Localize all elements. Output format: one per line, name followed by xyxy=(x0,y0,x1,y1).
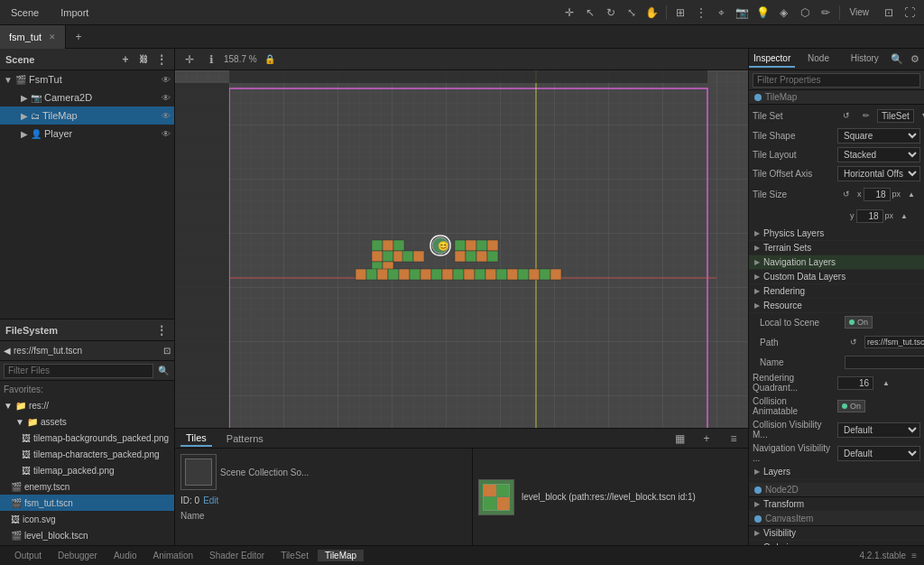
fs-search-icon[interactable]: 🔍 xyxy=(156,364,171,378)
tool-snap[interactable]: ⊞ xyxy=(671,4,689,22)
status-tab-debugger[interactable]: Debugger xyxy=(51,550,105,561)
add-tab-icon[interactable]: + xyxy=(69,28,88,46)
tool-zoom[interactable]: ⌖ xyxy=(713,4,731,22)
scene-menu-icon[interactable]: ⋮ xyxy=(154,52,169,67)
vp-add-icon[interactable]: ✛ xyxy=(180,51,199,69)
tree-item-player[interactable]: ▶ 👤 Player 👁 xyxy=(0,125,174,143)
vp-lock-icon[interactable]: 🔒 xyxy=(261,51,279,69)
fs-item-levelblock[interactable]: 🎬 level_block.tscn xyxy=(0,527,174,543)
tab-patterns[interactable]: Patterns xyxy=(221,431,269,446)
tool-scale[interactable]: ⤡ xyxy=(623,4,641,22)
vp-info-icon[interactable]: ℹ xyxy=(202,51,220,69)
vis-icon-camera2d[interactable]: 👁 xyxy=(162,93,171,103)
tool-pan[interactable]: ✋ xyxy=(643,4,661,22)
fs-item-bg[interactable]: 🖼 tilemap-backgrounds_packed.png xyxy=(0,430,174,446)
tileset-reload-icon[interactable]: ↺ xyxy=(837,107,855,125)
tiles-toolbar-icon3[interactable]: ≡ xyxy=(725,430,743,448)
collapsible-layers[interactable]: ▶ Layers xyxy=(749,465,924,479)
tilesize-x-input[interactable] xyxy=(864,188,891,201)
name-input[interactable] xyxy=(845,356,924,369)
tab-fsm-tut[interactable]: fsm_tut ✕ xyxy=(0,25,66,49)
tilesize-refresh-icon[interactable]: ↺ xyxy=(837,185,855,203)
tilesize-y-input[interactable] xyxy=(856,209,883,223)
rq-up-icon[interactable]: ▲ xyxy=(877,374,895,392)
tree-item-tilemap[interactable]: ▶ 🗂 TileMap 👁 xyxy=(0,107,174,125)
status-tab-animation[interactable]: Animation xyxy=(146,550,200,561)
local-to-scene-toggle[interactable]: On xyxy=(845,316,873,329)
inspector-settings-icon[interactable]: ⚙ xyxy=(906,51,924,69)
fs-item-tilemap-png[interactable]: 🖼 tilemap_packed.png xyxy=(0,462,174,478)
tool-select[interactable]: ↖ xyxy=(581,4,599,22)
fs-menu-icon[interactable]: ⋮ xyxy=(154,323,169,338)
tool-move[interactable]: ✛ xyxy=(560,4,578,22)
svg-rect-25 xyxy=(466,251,476,262)
fs-filter-input[interactable] xyxy=(4,364,153,378)
ca-toggle[interactable]: On xyxy=(837,400,865,412)
tiles-toolbar-icon1[interactable]: ▦ xyxy=(670,430,688,448)
fs-item-enemy[interactable]: 🎬 enemy.tscn xyxy=(0,478,174,495)
tilesize-x-up[interactable]: ▲ xyxy=(902,185,920,203)
level-block-thumb[interactable] xyxy=(478,479,514,515)
collapsible-physics[interactable]: ▶ Physics Layers xyxy=(749,227,924,241)
layout-icon[interactable]: ⊡ xyxy=(880,4,898,22)
status-menu-icon[interactable]: ≡ xyxy=(911,551,917,560)
title-bar-left: Scene Import xyxy=(5,5,94,20)
tilesize-y-up[interactable]: ▲ xyxy=(895,207,913,225)
scene-add-icon[interactable]: + xyxy=(118,52,133,67)
vis-icon-fsmtut[interactable]: 👁 xyxy=(162,75,171,85)
fs-item-chars[interactable]: 🖼 tilemap-characters_packed.png xyxy=(0,446,174,462)
tileset-edit-icon[interactable]: ✏ xyxy=(857,107,875,125)
tool-grid[interactable]: ⋮ xyxy=(692,4,710,22)
tool-camera[interactable]: 📷 xyxy=(734,4,752,22)
tab-close-icon[interactable]: ✕ xyxy=(49,32,56,42)
nv-select[interactable]: Default xyxy=(837,446,920,461)
menu-import[interactable]: Import xyxy=(55,5,94,20)
scene-edit-link[interactable]: Edit xyxy=(203,496,218,505)
fs-layout-icon[interactable]: ⊡ xyxy=(163,346,171,356)
tab-node[interactable]: Node xyxy=(795,51,841,68)
tab-history[interactable]: History xyxy=(842,51,888,68)
inspector-filter-input[interactable] xyxy=(753,73,920,88)
path-refresh-icon[interactable]: ↺ xyxy=(845,333,863,351)
collapsible-visibility[interactable]: ▶ Visibility xyxy=(749,526,924,541)
status-tab-output[interactable]: Output xyxy=(7,550,49,561)
scene-instance-icon[interactable]: ⛓ xyxy=(136,52,151,67)
tab-inspector[interactable]: Inspector xyxy=(749,51,795,68)
status-tab-audio[interactable]: Audio xyxy=(106,550,144,561)
menu-scene[interactable]: Scene xyxy=(5,5,44,20)
rq-input[interactable] xyxy=(837,376,873,390)
collapsible-navigation[interactable]: ▶ Navigation Layers xyxy=(749,255,924,270)
status-tab-tilemap[interactable]: TileMap xyxy=(318,550,364,561)
tilelayout-select[interactable]: Stacked xyxy=(837,147,920,162)
status-tab-tileset[interactable]: TileSet xyxy=(273,550,316,561)
collapsible-rendering[interactable]: ▶ Rendering xyxy=(749,284,924,299)
tileoffset-select[interactable]: Horizontal Offset xyxy=(837,166,920,181)
tool-collision[interactable]: ⬡ xyxy=(796,4,814,22)
collapsible-transform[interactable]: ▶ Transform xyxy=(749,497,924,512)
tileshape-select[interactable]: Square xyxy=(837,128,920,144)
status-tab-shader[interactable]: Shader Editor xyxy=(202,550,272,561)
fs-item-icon[interactable]: 🖼 icon.svg xyxy=(0,511,174,527)
inspector-search-icon[interactable]: 🔍 xyxy=(888,51,906,69)
tiles-toolbar-icon2[interactable]: + xyxy=(698,430,716,448)
tileset-dropdown-icon[interactable]: ▼ xyxy=(916,107,924,125)
tree-item-camera2d[interactable]: ▶ 📷 Camera2D 👁 xyxy=(0,88,174,107)
tool-light[interactable]: 💡 xyxy=(754,4,772,22)
fs-item-res[interactable]: ▼ 📁 res:// xyxy=(0,397,174,413)
tree-item-fsmtut[interactable]: ▼ 🎬 FsmTut 👁 xyxy=(0,70,174,88)
fs-back-icon[interactable]: ◀ xyxy=(4,346,11,356)
collapsible-customdata[interactable]: ▶ Custom Data Layers xyxy=(749,270,924,284)
tool-path[interactable]: ✏ xyxy=(817,4,835,22)
tab-tiles[interactable]: Tiles xyxy=(180,431,212,447)
cv-select[interactable]: Default xyxy=(837,422,920,438)
view-button[interactable]: View xyxy=(845,4,875,22)
maximize-icon[interactable]: ⛶ xyxy=(901,4,919,22)
collapsible-terrain[interactable]: ▶ Terrain Sets xyxy=(749,241,924,255)
tool-rotate[interactable]: ↻ xyxy=(602,4,620,22)
tool-shader[interactable]: ◈ xyxy=(775,4,793,22)
fs-item-fsm[interactable]: 🎬 fsm_tut.tscn xyxy=(0,495,174,511)
vis-icon-player[interactable]: 👁 xyxy=(162,129,171,139)
vis-icon-tilemap[interactable]: 👁 xyxy=(162,111,171,121)
collapsible-resource[interactable]: ▶ Resource xyxy=(749,299,924,313)
fs-item-assets[interactable]: ▼ 📁 assets xyxy=(0,413,174,430)
